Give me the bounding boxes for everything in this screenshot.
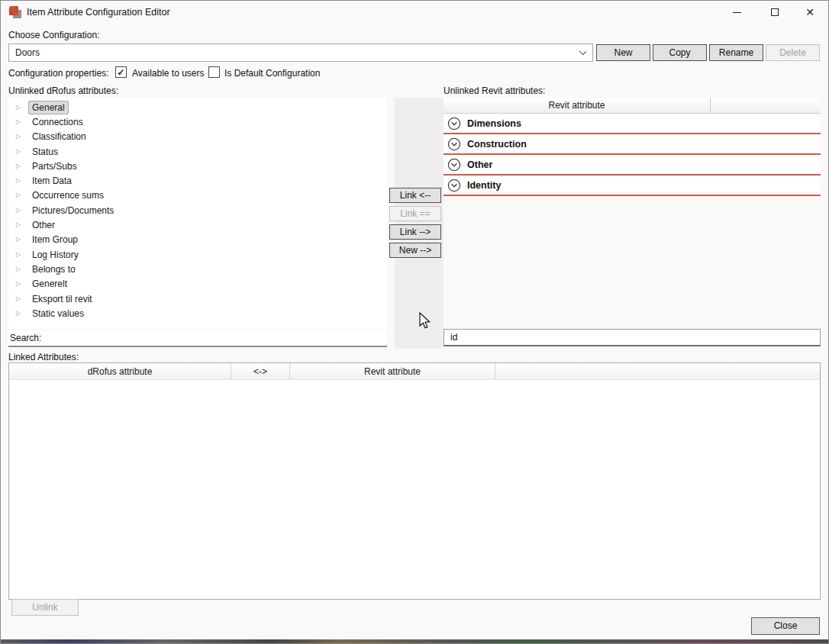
expander-icon[interactable]: ▷ [16,296,28,302]
expander-icon[interactable]: ▷ [16,134,28,140]
expander-icon[interactable]: ▷ [16,208,28,214]
unlinked-revit-label: Unlinked Revit attributes: [444,85,545,96]
revit-search-input[interactable] [444,329,821,346]
new-right-button[interactable]: New --> [389,243,441,258]
tree-item-occurrence-sums[interactable]: ▷Occurrence sums [8,188,387,203]
expander-icon[interactable]: ▷ [16,105,28,111]
expander-icon[interactable]: ▷ [16,281,28,287]
collapse-chevron-icon[interactable] [447,117,461,130]
tree-item-item-data[interactable]: ▷Item Data [8,173,387,188]
collapse-chevron-icon[interactable] [447,158,461,172]
expander-icon[interactable]: ▷ [16,222,28,228]
revit-table-header: Revit attribute [444,98,821,114]
is-default-configuration-label[interactable]: Is Default Configuration [224,68,320,79]
tree-item-classification[interactable]: ▷Classification [8,130,387,144]
delete-button: Delete [766,44,820,61]
revit-group-construction[interactable]: Construction [444,134,821,155]
tree-item-generelt[interactable]: ▷Generelt [8,277,387,291]
minimize-button[interactable] [721,1,752,24]
checkmark-icon: ✓ [117,67,124,78]
screen-edge-artifact [1,639,828,643]
mouse-cursor [419,312,431,330]
tree-item-general[interactable]: ▷General [8,100,387,114]
window-title: Item Attribute Configuration Editor [27,7,170,18]
linked-attributes-label: Linked Attributes: [8,352,79,362]
choose-configuration-label: Choose Configuration: [8,30,99,40]
tree-item-eksport-til-revit[interactable]: ▷Eksport til revit [8,291,387,306]
expander-icon[interactable]: ▷ [16,266,28,272]
tree-item-parts-subs[interactable]: ▷Parts/Subs [8,159,387,173]
unlinked-drofus-label: Unlinked dRofus attributes: [8,85,118,96]
close-icon: ✕ [805,6,814,18]
expander-icon[interactable]: ▷ [16,163,28,169]
drofus-attribute-tree: ▷General ▷Connections ▷Classification ▷S… [8,98,387,329]
rename-button[interactable]: Rename [709,44,763,61]
revit-group-identity[interactable]: Identity [444,175,821,196]
link-direction-column-header[interactable]: <-> [231,363,290,379]
link-left-button[interactable]: Link <-- [389,188,441,203]
drofus-attribute-column-header[interactable]: dRofus attribute [9,363,231,379]
tree-item-static-values[interactable]: ▷Static values [8,306,387,320]
collapse-chevron-icon[interactable] [447,179,461,192]
dialog-window: Item Attribute Configuration Editor ✕ Ch… [0,0,829,644]
revit-attribute-column-header[interactable]: Revit attribute [444,98,711,113]
expander-icon[interactable]: ▷ [16,178,28,184]
tree-item-item-group[interactable]: ▷Item Group [8,233,387,247]
collapse-chevron-icon[interactable] [447,137,461,151]
title-bar: Item Attribute Configuration Editor ✕ [1,1,828,24]
expander-icon[interactable]: ▷ [16,119,28,125]
available-to-users-checkbox[interactable]: ✓ [115,66,127,78]
revit-group-dimensions[interactable]: Dimensions [444,114,821,134]
unlink-button: Unlink [11,599,79,616]
configuration-properties-label: Configuration properties: [8,68,108,79]
expander-icon[interactable]: ▷ [16,192,28,198]
empty-column-header [495,363,820,379]
new-button[interactable]: New [596,44,650,61]
tree-item-other[interactable]: ▷Other [8,217,387,232]
available-to-users-label[interactable]: Available to users [132,68,205,79]
revit-attribute-column-header[interactable]: Revit attribute [290,363,495,379]
maximize-icon [771,8,779,16]
linked-table-header: dRofus attribute <-> Revit attribute [9,363,820,380]
tree-item-connections[interactable]: ▷Connections [8,114,387,129]
tree-item-log-history[interactable]: ▷Log History [8,247,387,262]
close-button[interactable]: Close [751,617,820,635]
tree-item-belongs-to[interactable]: ▷Belongs to [8,262,387,276]
expander-icon[interactable]: ▷ [16,311,28,317]
expander-icon[interactable]: ▷ [16,252,28,258]
expander-icon[interactable]: ▷ [16,237,28,243]
minimize-icon [733,12,741,13]
link-right-button[interactable]: Link --> [389,224,441,240]
tree-item-pictures-documents[interactable]: ▷Pictures/Documents [8,203,387,217]
expander-icon[interactable]: ▷ [16,149,28,155]
copy-button[interactable]: Copy [653,44,707,61]
close-window-button[interactable]: ✕ [795,1,825,24]
link-equal-button: Link == [389,206,441,221]
maximize-button[interactable] [760,1,790,24]
linked-attributes-table: dRofus attribute <-> Revit attribute [8,362,821,600]
chevron-down-icon [579,48,586,55]
drofus-search-input[interactable]: Search: [8,330,387,347]
configuration-dropdown[interactable]: Doors [8,43,593,62]
is-default-configuration-checkbox[interactable] [208,66,220,78]
revit-attributes-panel: Revit attribute Dimensions Construction … [444,98,821,196]
tree-item-status[interactable]: ▷Status [8,144,387,159]
drofus-logo-icon [8,5,22,19]
link-buttons-strip [395,98,444,349]
revit-group-other[interactable]: Other [444,155,821,175]
configuration-dropdown-value: Doors [15,47,40,58]
